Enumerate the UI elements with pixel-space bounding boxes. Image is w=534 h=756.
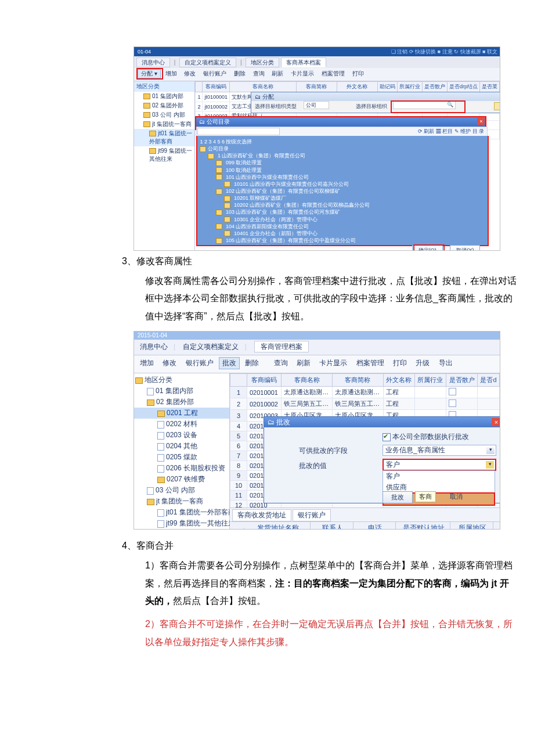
side-item[interactable]: jt99 集团统一其他往来 (134, 146, 194, 164)
btn-arch-mgr[interactable]: 档案管理 (319, 70, 348, 78)
col-default: 是否默认地址 (398, 522, 450, 530)
assign-type-value[interactable]: 公司 (304, 101, 329, 109)
side-item[interactable]: jt 集团统一客商 (134, 120, 194, 129)
highlight-assign-btn (136, 68, 163, 80)
side-item[interactable]: jt99 集团统一其他往来 (134, 518, 229, 529)
btn-card[interactable]: 卡片显示 (288, 70, 317, 78)
tab-msg[interactable]: 消息中心 (140, 342, 168, 352)
col-x: 是否菜 (480, 82, 500, 92)
popup-tooltip: 客商 (415, 491, 436, 502)
btn-card[interactable]: 卡片显示 (316, 357, 351, 369)
screenshot-assign-company: 01-04 ❏ 注销 ⟳ 快捷切换 ■ 注意 ↻ 快速截屏 ■ 联文 消息中心 … (134, 46, 500, 251)
tab-custom[interactable]: 自定义项档案定义 (183, 342, 239, 352)
popup-check-all[interactable]: 本公司全部数据执行批改 (383, 432, 469, 442)
btn-export[interactable]: 导出 (435, 357, 456, 369)
top-tab-row: 消息中心 | 自定义项档案定义 | 地区分类 客商基本档案 (134, 56, 500, 68)
side-item-selected[interactable]: 0201 工程 (134, 408, 229, 419)
tab-msg-center[interactable]: 消息中心 (136, 57, 170, 67)
close-icon[interactable]: × (477, 118, 485, 125)
popup-title[interactable]: 🗂 批改× (264, 417, 500, 427)
popup-field-label: 可供批改的字段 (299, 446, 348, 456)
btn-delete[interactable]: 删除 (241, 357, 262, 369)
dialog-buttons: 确定(O) 取消(X) (196, 243, 483, 251)
col-code: 客商编码 (203, 82, 230, 92)
btn-add[interactable]: 增加 (136, 357, 157, 369)
directory-search[interactable] (197, 128, 280, 135)
tab-vendor-mgmt[interactable]: 客商管理档案 (254, 341, 309, 352)
side-header: 地区分类 (145, 376, 172, 384)
titlebar-icons: ❏ 注销 ⟳ 快捷切换 ■ 注意 ↻ 快速截屏 ■ 联文 (391, 47, 497, 56)
cancel-button[interactable]: 取消(X) (450, 245, 480, 251)
side-item[interactable]: jt01 集团统一外部客商 (134, 129, 194, 146)
col-mnemo: 助记码 (377, 82, 397, 92)
side-item[interactable]: 0205 煤款 (134, 452, 229, 463)
col-retail: 是否散户 (446, 374, 477, 387)
assign-org-label: 选择目标组织 (356, 103, 387, 110)
btn-refresh[interactable]: 刷新 (293, 357, 314, 369)
side-region-tree: 地区分类 01 集团内部 02 集团外部 03 公司 内部 jt 集团统一客商 … (134, 81, 195, 251)
popup-field-value[interactable]: 业务信息_客商属性▾ (383, 445, 496, 456)
option-customer[interactable]: 客户 (383, 471, 495, 482)
btn-refresh[interactable]: 刷新 (269, 70, 286, 78)
col-short: 客商简称 (332, 374, 383, 387)
side-item[interactable]: 02 集团外部 (134, 101, 194, 110)
side-item[interactable]: 01 集团内部 (134, 386, 229, 397)
col-drp: 是否drp结点 (447, 82, 479, 92)
side-item[interactable]: 0204 其他 (134, 441, 229, 452)
col-name: 客商名称 (229, 82, 296, 92)
col-name: 客商名称 (282, 374, 333, 387)
batch-edit-dialog[interactable]: 🗂 批改× 本公司全部数据执行批改 可供批改的字段 业务信息_客商属性▾ 批改的… (264, 416, 500, 503)
close-icon[interactable]: × (492, 418, 500, 426)
side-item[interactable]: 0203 设备 (134, 430, 229, 441)
toolbar: 分配 ▾ 增加 修改 银行账户 删除 查询 刷新 卡片显示 档案管理 打印 (134, 68, 500, 81)
btn-edit[interactable]: 修改 (159, 357, 180, 369)
section-4-p1: 1）客商合并需要各公司分别操作，点树型菜单中的【客商合并】菜单，选择源客商管理档… (145, 557, 517, 610)
col-short: 客商简称 (296, 82, 337, 92)
side-item[interactable]: 01 集团内部 (134, 92, 194, 101)
top-date: 2015-01-04 (134, 332, 500, 340)
tab-region[interactable]: 地区分类 (246, 57, 279, 67)
btn-add[interactable]: 增加 (163, 70, 180, 78)
col-foreign: 外文名称 (337, 82, 377, 92)
col-contact: 联系人 (312, 522, 353, 530)
btn-delete[interactable]: 删除 (231, 70, 248, 78)
side-item[interactable]: 0202 材料 (134, 419, 229, 430)
side-item[interactable]: 0206 长期股权投资 (134, 463, 229, 474)
side-item[interactable]: 03 公司 内部 (134, 110, 194, 120)
tab-custom-def[interactable]: 自定义项档案定义 (179, 57, 236, 67)
side-item[interactable]: jt01 集团统一外部客商 (134, 507, 229, 518)
popup-confirm-button[interactable]: 批改 (383, 491, 413, 503)
btn-bank[interactable]: 银行账户 (182, 357, 217, 369)
btn-query[interactable]: 查询 (270, 357, 291, 369)
company-tree[interactable]: 1 2 3 4 5 6 按级次选择 公司目录 1 山西汾西矿业（集团）有限责任公… (196, 136, 489, 246)
assign-icon-buttons[interactable] (493, 102, 500, 111)
btn-query[interactable]: 查询 (250, 70, 268, 78)
btn-bank[interactable]: 银行账户 (200, 70, 229, 78)
section-3-heading: 3、修改客商属性 (122, 255, 511, 268)
side-item[interactable]: 0207 铁维费 (134, 474, 229, 485)
tree-levels[interactable]: 1 2 3 4 5 6 按级次选择 (200, 138, 485, 145)
side-item[interactable]: 03 公司 内部 (134, 485, 229, 496)
col-foreign: 外文名称 (383, 374, 414, 387)
btn-upgrade[interactable]: 升级 (412, 357, 433, 369)
btn-print[interactable]: 打印 (389, 357, 410, 369)
tab-vendor-archive[interactable]: 客商基本档案 (281, 57, 326, 67)
btn-arch-mgr[interactable]: 档案管理 (353, 357, 388, 369)
col-industry: 所属行业 (414, 374, 446, 387)
popup-value-field[interactable]: 客户▾ (383, 459, 496, 471)
toolbar2: 增加 修改 银行账户 批改 删除 查询 刷新 卡片显示 档案管理 打印 升级 导… (134, 355, 500, 373)
col-addr-name: 发货地址名称 (246, 522, 311, 530)
side-item[interactable]: jt 集团统一客商 (134, 496, 229, 507)
section-4-heading: 4、客商合并 (122, 540, 511, 552)
popup-cancel[interactable]: 取消 (450, 492, 463, 501)
col-industry: 所属行业 (397, 82, 422, 92)
sub-tabs: 客商收发货地址 银行账户 (230, 507, 500, 522)
company-directory-title[interactable]: 🗂 公司目录 × (196, 117, 486, 127)
btn-batch-edit[interactable]: 批改 (219, 357, 240, 369)
subtab-addr[interactable]: 客商收发货地址 (232, 509, 291, 521)
side-item[interactable]: 02 集团外部 (134, 397, 229, 408)
btn-edit[interactable]: 修改 (181, 70, 199, 78)
btn-print[interactable]: 打印 (349, 70, 367, 78)
subtab-bank[interactable]: 银行账户 (293, 509, 331, 521)
screenshot-batch-edit: 2015-01-04 消息中心| 自定义项档案定义| 客商管理档案 增加 修改 … (134, 331, 500, 530)
